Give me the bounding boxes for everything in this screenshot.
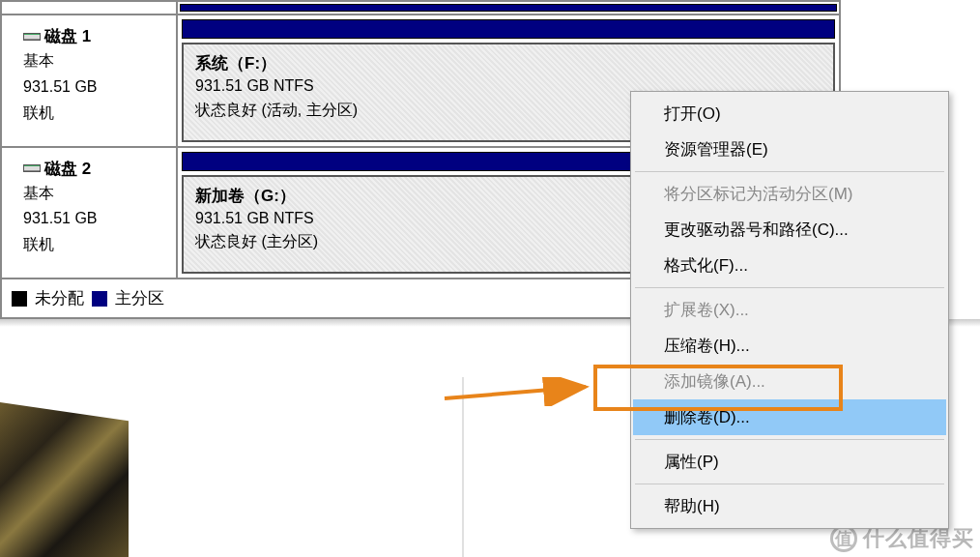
menu-change-drive[interactable]: 更改驱动器号和路径(C)... [633, 212, 946, 248]
menu-separator [635, 439, 944, 440]
menu-format[interactable]: 格式化(F)... [633, 248, 946, 283]
legend-swatch-primary [92, 291, 107, 307]
menu-explorer[interactable]: 资源管理器(E) [633, 132, 946, 167]
disk-type: 基本 [23, 182, 166, 206]
disk-icon [23, 33, 41, 41]
menu-separator [635, 287, 944, 288]
context-menu: 打开(O) 资源管理器(E) 将分区标记为活动分区(M) 更改驱动器号和路径(C… [630, 91, 949, 529]
disk-info[interactable]: 磁盘 1 基本 931.51 GB 联机 [2, 15, 178, 146]
legend-primary-label: 主分区 [115, 287, 164, 309]
disk-size: 931.51 GB [23, 207, 166, 231]
watermark-icon: 值 [830, 525, 857, 552]
disk-size: 931.51 GB [23, 75, 166, 100]
disk-status: 联机 [23, 233, 166, 257]
menu-open[interactable]: 打开(O) [633, 96, 946, 132]
disk-info[interactable]: 磁盘 2 基本 931.51 GB 联机 [2, 148, 178, 278]
menu-shrink[interactable]: 压缩卷(H)... [633, 328, 946, 364]
disk-row-partial [2, 2, 839, 15]
disk-title-text: 磁盘 1 [44, 25, 91, 47]
legend-swatch-unallocated [12, 291, 27, 307]
menu-properties[interactable]: 属性(P) [633, 444, 946, 480]
svg-line-1 [445, 387, 586, 398]
menu-mirror: 添加镜像(A)... [633, 364, 946, 399]
menu-separator [635, 484, 944, 484]
disk-icon [23, 164, 41, 172]
menu-mark-active: 将分区标记为活动分区(M) [633, 176, 946, 212]
volume-name: 系统（F:） [195, 52, 821, 74]
legend-unallocated-label: 未分配 [35, 287, 84, 309]
annotation-arrow-icon [443, 377, 597, 406]
menu-separator [635, 171, 944, 172]
divider-line [462, 377, 464, 557]
thumbnail-image [0, 402, 129, 557]
volume-header-bar [182, 19, 835, 39]
menu-delete-volume[interactable]: 删除卷(D)... [633, 399, 946, 435]
disk-title-text: 磁盘 2 [44, 158, 91, 180]
menu-extend: 扩展卷(X)... [633, 292, 946, 328]
menu-help[interactable]: 帮助(H) [633, 488, 946, 524]
disk-status: 联机 [23, 102, 166, 126]
disk-type: 基本 [23, 49, 166, 73]
